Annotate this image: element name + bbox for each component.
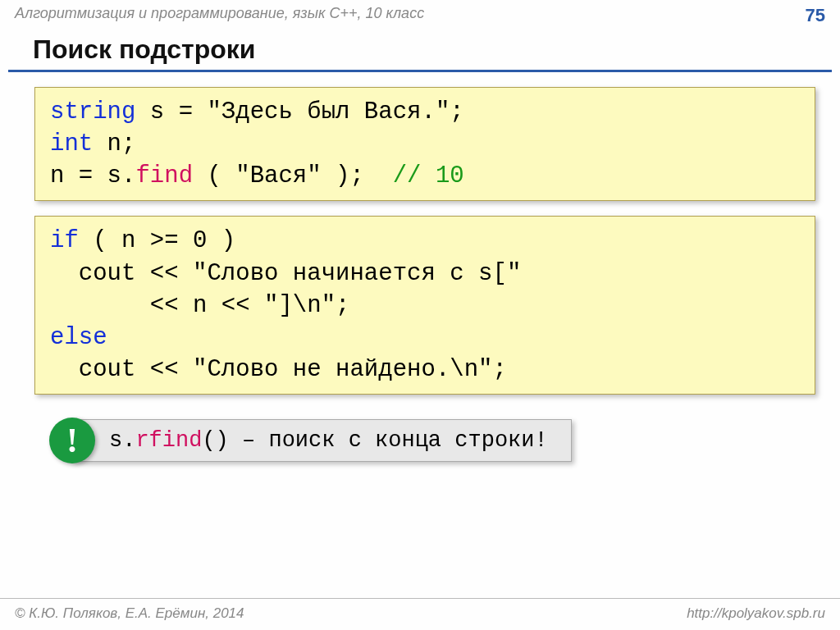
function-find: find	[135, 162, 193, 189]
header-bar: Алгоритмизация и программирование, язык …	[0, 0, 840, 30]
code-text: cout << "Слово не найдено.\n";	[50, 356, 507, 383]
code-text: << n << "]\n";	[50, 292, 349, 319]
note-box: s.rfind() – поиск с конца строки!	[72, 419, 572, 462]
keyword-if: if	[50, 227, 79, 254]
code-text: n;	[93, 130, 135, 158]
note-post: () – поиск с конца строки!	[202, 428, 547, 453]
keyword-int: int	[50, 130, 93, 158]
page-title: Поиск подстроки	[8, 30, 832, 72]
exclaim-icon: !	[49, 418, 95, 463]
code-comment: // 10	[393, 162, 464, 189]
code-text: n = s.	[50, 162, 135, 189]
footer-url: http://kpolyakov.spb.ru	[687, 605, 825, 622]
code-text: ( "Вася" );	[193, 162, 393, 189]
code-text: cout << "Слово начинается с s["	[50, 260, 521, 287]
note-row: ! s.rfind() – поиск с конца строки!	[49, 418, 840, 463]
function-rfind: rfind	[135, 428, 202, 453]
code-text: ( n >= 0 )	[79, 227, 235, 254]
course-label: Алгоритмизация и программирование, язык …	[15, 5, 424, 22]
keyword-else: else	[50, 324, 107, 351]
copyright-label: © К.Ю. Поляков, Е.А. Ерёмин, 2014	[15, 605, 244, 622]
page-number: 75	[806, 5, 825, 26]
keyword-string: string	[50, 98, 135, 126]
code-block-1: string s = "Здесь был Вася."; int n; n =…	[34, 87, 815, 201]
note-pre: s.	[109, 428, 135, 453]
code-block-2: if ( n >= 0 ) cout << "Слово начинается …	[34, 216, 815, 395]
code-text: s = "Здесь был Вася.";	[135, 98, 463, 126]
footer-bar: © К.Ю. Поляков, Е.А. Ерёмин, 2014 http:/…	[0, 598, 840, 630]
